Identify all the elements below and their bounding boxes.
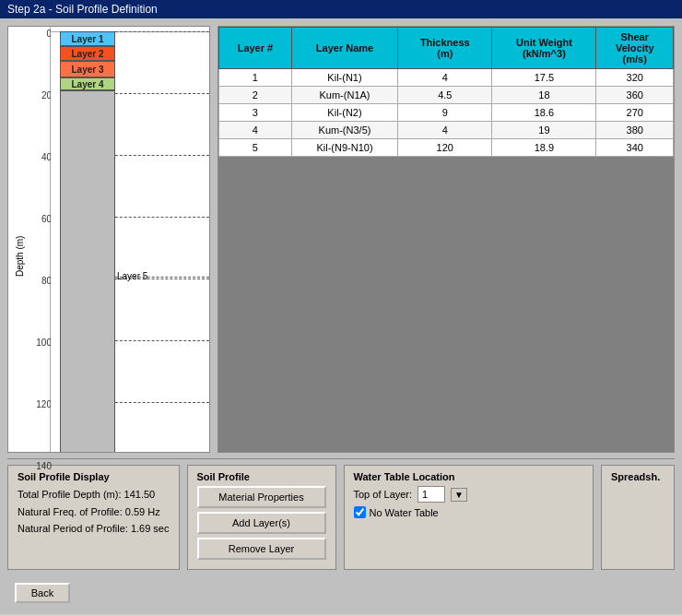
- table-row[interactable]: 4 Kum-(N3/5) 4 19 380: [219, 122, 674, 139]
- remove-layer-button[interactable]: Remove Layer: [197, 538, 326, 560]
- depth-tick-120: 120: [29, 399, 52, 409]
- row-3-unit-weight: 18.6: [492, 104, 596, 122]
- water-table-panel: Water Table Location Top of Layer: ▼ No …: [344, 465, 594, 570]
- table-row[interactable]: 1 Kil-(N1) 4 17.5 320: [219, 69, 674, 87]
- table-panel: Layer # Layer Name Thickness(m) Unit Wei…: [218, 26, 675, 453]
- row-2-name: Kum-(N1A): [291, 87, 397, 104]
- layer-2-block: Layer 2: [60, 46, 115, 61]
- natural-period-value: 1.69 sec: [131, 523, 170, 534]
- row-5-shear: 340: [596, 139, 674, 157]
- depth-tick-80: 80: [29, 276, 52, 286]
- row-5-num: 5: [219, 139, 292, 157]
- footer-bar: Back: [7, 579, 675, 607]
- material-properties-button[interactable]: Material Properties: [197, 486, 326, 508]
- row-1-name: Kil-(N1): [291, 69, 397, 87]
- layer-3-block: Layer 3: [60, 61, 115, 77]
- row-4-name: Kum-(N3/5): [291, 122, 397, 139]
- natural-freq-label: Natural Freq. of Profile:: [18, 506, 123, 517]
- y-axis-label: Depth (m): [15, 203, 25, 277]
- row-3-shear: 270: [596, 104, 674, 122]
- natural-freq-value: 0.59 Hz: [125, 506, 160, 517]
- col-header-shear-velocity: ShearVelocity(m/s): [596, 28, 674, 69]
- row-5-name: Kil-(N9-N10): [291, 139, 397, 157]
- col-header-unit-weight: Unit Weight(kN/m^3): [492, 28, 596, 69]
- natural-period-label: Natural Period of Profile:: [18, 523, 128, 534]
- row-2-shear: 360: [596, 87, 674, 104]
- row-1-unit-weight: 17.5: [492, 69, 596, 87]
- row-4-thickness: 4: [398, 122, 492, 139]
- top-of-layer-label: Top of Layer:: [354, 489, 413, 500]
- row-3-num: 3: [219, 104, 292, 122]
- row-4-shear: 380: [596, 122, 674, 139]
- chart-panel: Depth (m) 0 20 40 60 80 100 120 140: [7, 26, 210, 453]
- total-depth-value: 141.50: [124, 489, 156, 500]
- table-row[interactable]: 5 Kil-(N9-N10) 120 18.9 340: [219, 139, 674, 157]
- depth-tick-40: 40: [29, 152, 52, 162]
- title-bar: Step 2a - Soil Profile Definition: [0, 0, 682, 18]
- row-1-num: 1: [219, 69, 292, 87]
- soil-profile-buttons-panel: Soil Profile Material Properties Add Lay…: [187, 465, 336, 570]
- row-5-unit-weight: 18.9: [492, 139, 596, 157]
- table-row[interactable]: 2 Kum-(N1A) 4.5 18 360: [219, 87, 674, 104]
- spreadsheet-title: Spreadsh.: [611, 471, 664, 482]
- spreadsheet-panel: Spreadsh.: [601, 465, 675, 570]
- row-3-thickness: 9: [398, 104, 492, 122]
- row-2-unit-weight: 18: [492, 87, 596, 104]
- depth-tick-100: 100: [29, 338, 52, 348]
- dropdown-arrow-icon[interactable]: ▼: [451, 488, 467, 502]
- row-4-unit-weight: 19: [492, 122, 596, 139]
- natural-freq-row: Natural Freq. of Profile: 0.59 Hz: [18, 503, 170, 521]
- natural-period-row: Natural Period of Profile: 1.69 sec: [18, 520, 170, 538]
- row-3-name: Kil-(N2): [291, 104, 397, 122]
- layer-5-block: [60, 90, 115, 452]
- row-5-thickness: 120: [398, 139, 492, 157]
- water-table-title: Water Table Location: [354, 471, 584, 482]
- total-depth-label: Total Profile Depth (m):: [18, 489, 121, 500]
- depth-tick-0: 0: [29, 29, 52, 39]
- col-header-num: Layer #: [219, 28, 292, 69]
- no-water-table-label: No Water Table: [370, 507, 439, 518]
- table-row[interactable]: 3 Kil-(N2) 9 18.6 270: [219, 104, 674, 122]
- row-2-thickness: 4.5: [398, 87, 492, 104]
- back-button[interactable]: Back: [15, 583, 70, 603]
- add-layer-button[interactable]: Add Layer(s): [197, 512, 326, 534]
- row-1-thickness: 4: [398, 69, 492, 87]
- col-header-thickness: Thickness(m): [398, 28, 492, 69]
- row-1-shear: 320: [596, 69, 674, 87]
- soil-profile-title: Soil Profile: [197, 471, 326, 482]
- window-title: Step 2a - Soil Profile Definition: [7, 3, 158, 16]
- no-water-table-checkbox[interactable]: [354, 506, 366, 518]
- total-depth-row: Total Profile Depth (m): 141.50: [18, 486, 170, 503]
- depth-tick-60: 60: [29, 214, 52, 224]
- row-4-num: 4: [219, 122, 292, 139]
- col-header-name: Layer Name: [291, 28, 397, 69]
- depth-tick-140: 140: [29, 461, 52, 471]
- soil-data-table: Layer # Layer Name Thickness(m) Unit Wei…: [218, 27, 674, 157]
- soil-profile-display-title: Soil Profile Display: [18, 471, 170, 482]
- soil-profile-display-panel: Soil Profile Display Total Profile Depth…: [7, 465, 180, 570]
- layer-4-block: Layer 4: [60, 77, 115, 90]
- top-of-layer-input[interactable]: [417, 486, 445, 503]
- layer-1-block: Layer 1: [60, 31, 115, 46]
- row-2-num: 2: [219, 87, 292, 104]
- depth-tick-20: 20: [29, 90, 52, 101]
